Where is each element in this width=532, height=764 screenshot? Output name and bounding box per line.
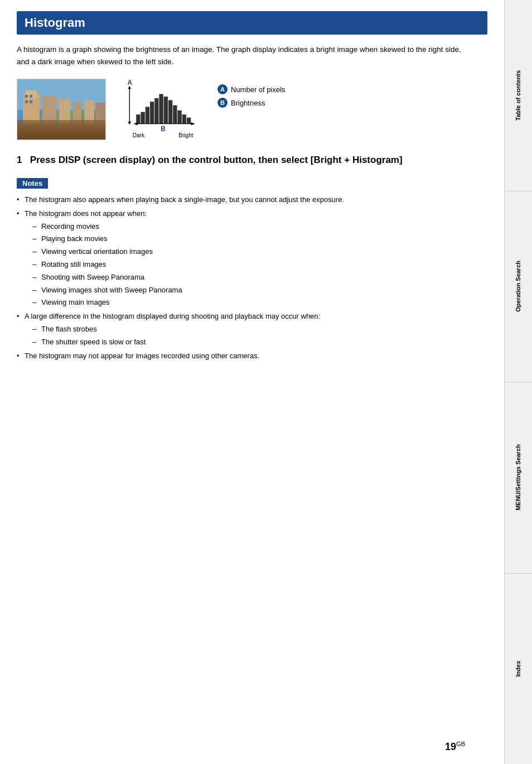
svg-rect-18 [141, 112, 144, 124]
sub-item-2-1: Recording movies [32, 221, 487, 233]
svg-text:Bright: Bright [178, 133, 194, 139]
svg-marker-31 [191, 122, 195, 126]
svg-text:A: A [128, 79, 133, 87]
sub-item-2-7: Viewing main images [32, 297, 487, 309]
svg-rect-20 [150, 102, 154, 123]
notes-list: The histogram also appears when playing … [17, 194, 487, 362]
step-text: Press DISP (screen display) on the contr… [30, 155, 403, 165]
svg-rect-22 [159, 94, 163, 124]
svg-rect-7 [95, 103, 106, 127]
svg-rect-21 [154, 98, 158, 124]
sub-item-2-6: Viewing images shot with Sweep Panorama [32, 285, 487, 296]
sub-item-2-3: Viewing vertical orientation images [32, 246, 487, 258]
sub-item-2-2: Playing back movies [32, 233, 487, 245]
svg-rect-26 [177, 110, 181, 124]
svg-rect-24 [168, 100, 172, 124]
legend-a-circle: A [217, 84, 228, 94]
page-title: Histogram [17, 11, 487, 35]
tab-menu-settings-search[interactable]: MENU/Settings Search [505, 382, 532, 574]
note-item-2: The histogram does not appear when: Reco… [17, 208, 487, 309]
note-sub-list-2: Recording movies Playing back movies Vie… [25, 221, 487, 309]
page-number: 19GB [445, 741, 465, 753]
sub-item-3-1: The flash strobes [32, 324, 487, 335]
svg-rect-27 [182, 114, 186, 124]
svg-rect-25 [173, 105, 177, 124]
legend-b-text: Brightness [231, 99, 265, 107]
legend-b: B Brightness [217, 98, 286, 108]
note-item-3: A large difference in the histogram disp… [17, 311, 487, 348]
tab-table-of-contents[interactable]: Table of contents [505, 0, 532, 191]
svg-rect-3 [42, 96, 56, 127]
svg-rect-17 [136, 114, 140, 124]
note-item-1: The histogram also appears when playing … [17, 194, 487, 206]
legend-section: A Number of pixels B Brightness [217, 84, 286, 108]
svg-text:Dark: Dark [133, 133, 145, 139]
diagram-section: A [17, 79, 487, 140]
svg-rect-6 [84, 100, 94, 127]
svg-rect-5 [73, 102, 81, 127]
sub-item-3-2: The shutter speed is slow or fast [32, 337, 487, 348]
notes-label: Notes [17, 178, 48, 189]
intro-text: A histogram is a graph showing the brigh… [17, 44, 474, 68]
tab-index[interactable]: Index [505, 574, 532, 765]
histogram-chart: A [117, 79, 206, 140]
notes-section: Notes The histogram also appears when pl… [17, 178, 487, 362]
photo-image [17, 79, 106, 140]
tab-operation-search[interactable]: Operation Search [505, 191, 532, 383]
svg-rect-28 [187, 118, 191, 124]
tab-table-of-contents-label: Table of contents [514, 70, 522, 121]
note-item-4: The histogram may not appear for images … [17, 350, 487, 362]
legend-b-circle: B [217, 98, 228, 108]
step-1-heading: 1 Press DISP (screen display) on the con… [17, 153, 463, 167]
svg-rect-12 [30, 100, 32, 103]
svg-marker-16 [128, 122, 132, 125]
svg-rect-10 [30, 95, 32, 98]
tab-index-label: Index [514, 661, 522, 677]
svg-rect-8 [17, 124, 106, 140]
svg-rect-11 [25, 100, 28, 103]
svg-rect-23 [164, 97, 168, 124]
sub-item-2-4: Rotating still images [32, 259, 487, 271]
svg-rect-9 [25, 95, 28, 98]
legend-a-text: Number of pixels [231, 85, 286, 94]
svg-marker-30 [134, 122, 138, 126]
svg-rect-19 [146, 107, 149, 124]
right-sidebar: Table of contents Operation Search MENU/… [504, 0, 532, 764]
sub-item-2-5: Shooting with Sweep Panorama [32, 272, 487, 284]
svg-text:B: B [161, 125, 166, 133]
note-sub-list-3: The flash strobes The shutter speed is s… [25, 324, 487, 348]
tab-menu-settings-search-label: MENU/Settings Search [514, 444, 522, 511]
tab-operation-search-label: Operation Search [514, 261, 522, 312]
step-number: 1 [17, 155, 22, 165]
svg-rect-4 [59, 99, 70, 127]
legend-a: A Number of pixels [217, 84, 286, 94]
